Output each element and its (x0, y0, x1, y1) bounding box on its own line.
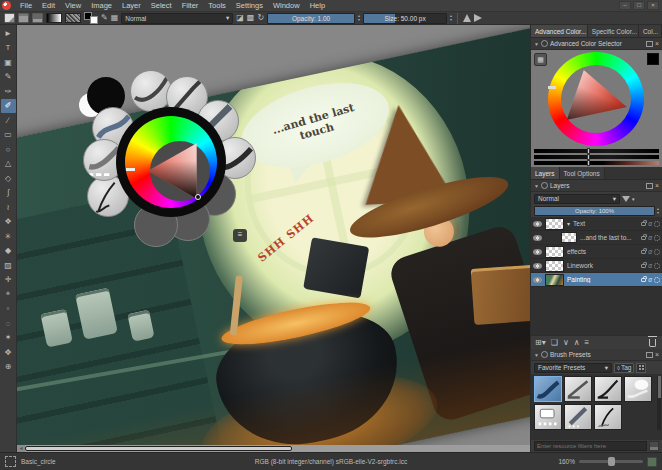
layer-filter-icon[interactable] (622, 196, 630, 202)
layer-style-icon[interactable] (654, 277, 660, 283)
tool-bezier[interactable]: ∫ (1, 186, 16, 201)
tool-text[interactable]: T (1, 41, 16, 56)
lock-icon[interactable] (641, 250, 646, 254)
zoom-fit-button[interactable] (647, 457, 657, 467)
layer-row-painting[interactable]: Painting α (531, 273, 662, 287)
canvas-area[interactable]: ...and the last touch SHH SHH (17, 25, 530, 452)
scrollbar-thumb[interactable] (25, 446, 292, 451)
alpha-lock-icon[interactable]: α (648, 235, 652, 241)
scroll-left-arrow[interactable]: ◂ (17, 445, 25, 452)
edit-shapes-icon[interactable]: ✎ (101, 13, 108, 23)
menu-select[interactable]: Select (146, 1, 177, 10)
tag-button[interactable]: ⬨ Tag (614, 363, 634, 373)
collapse-caret-icon[interactable]: ▼ (534, 183, 539, 189)
close-button[interactable]: × (647, 1, 659, 10)
layer-style-icon[interactable] (654, 235, 660, 241)
gradient-chooser[interactable] (46, 13, 62, 23)
layer-visibility-icon[interactable] (533, 249, 542, 255)
tool-dynamic-brush[interactable]: ❖ (1, 215, 16, 230)
menu-help[interactable]: Help (305, 1, 330, 10)
preset-fine-liner[interactable] (594, 404, 622, 430)
fg-bg-color-selector[interactable] (84, 12, 98, 24)
tool-zoom[interactable]: ⊕ (1, 360, 16, 375)
minimize-button[interactable]: – (619, 1, 631, 10)
tool-multibrush[interactable]: ✳ (1, 229, 16, 244)
chevron-down-icon[interactable]: ▾ (632, 196, 635, 202)
add-layer-button[interactable]: ⊞▾ (535, 338, 546, 347)
menu-edit[interactable]: Edit (37, 1, 60, 10)
tool-ellipse[interactable]: ○ (1, 142, 16, 157)
move-layer-up-button[interactable]: ∧ (574, 338, 580, 347)
tool-line[interactable]: ∕ (1, 113, 16, 128)
color-selector-settings-button[interactable]: ▦ (534, 53, 547, 66)
layer-opacity-slider[interactable]: Opacity: 100% (534, 206, 655, 216)
size-spinner[interactable]: ▴▾ (450, 14, 452, 22)
layer-visibility-icon[interactable] (533, 277, 542, 283)
layer-style-icon[interactable] (654, 249, 660, 255)
tool-rectangle[interactable]: ▭ (1, 128, 16, 143)
preset-eraser[interactable] (534, 404, 562, 430)
collapse-caret-icon[interactable]: ▼ (534, 41, 539, 47)
tool-polyline[interactable]: ◇ (1, 171, 16, 186)
layer-style-icon[interactable] (654, 263, 660, 269)
layer-visibility-icon[interactable] (533, 221, 542, 227)
tool-transform[interactable]: ► (1, 26, 16, 41)
popup-menu-button[interactable]: ≡ (233, 229, 247, 242)
opacity-slider[interactable]: Opacity: 1.00 (267, 13, 355, 24)
layer-properties-button[interactable]: ≡ (585, 338, 590, 347)
tool-freehand-select[interactable]: ✥ (1, 345, 16, 360)
alpha-lock-icon[interactable]: α (648, 263, 652, 269)
duplicate-layer-button[interactable]: ❏ (551, 338, 558, 347)
move-layer-down-button[interactable]: ∨ (563, 338, 569, 347)
menu-tools[interactable]: Tools (203, 1, 231, 10)
layer-row-speech[interactable]: ...and the last to... α (531, 231, 662, 245)
lock-icon[interactable] (641, 278, 646, 282)
delete-layer-button[interactable] (649, 339, 656, 347)
preset-basic-wet[interactable] (534, 376, 562, 402)
preset-scrollbar[interactable] (657, 376, 661, 430)
tab-tool-options[interactable]: Tool Options (560, 167, 605, 179)
preset-pencil[interactable] (564, 376, 592, 402)
layer-row-text[interactable]: ▾ Text α (531, 217, 662, 231)
tool-color-picker[interactable]: ✛ (1, 273, 16, 288)
close-docker-icon[interactable]: × (655, 352, 659, 358)
layer-visibility-icon[interactable] (533, 263, 542, 269)
canvas-horizontal-scrollbar[interactable]: ◂ (17, 445, 530, 452)
float-docker-icon[interactable] (646, 183, 653, 189)
collapse-caret-icon[interactable]: ▼ (534, 352, 539, 358)
layer-blend-mode-dropdown[interactable]: Normal▾ (534, 194, 620, 204)
menu-image[interactable]: Image (86, 1, 117, 10)
tool-poly-select[interactable]: ✶ (1, 331, 16, 346)
open-document-button[interactable] (18, 13, 29, 23)
pattern-chooser[interactable] (65, 13, 81, 23)
mirror-vertical-button[interactable] (474, 14, 482, 22)
close-docker-icon[interactable]: × (655, 183, 659, 189)
group-folder-icon[interactable]: ▾ (567, 220, 570, 227)
zoom-slider-thumb[interactable] (608, 457, 615, 466)
tab-advanced-color[interactable]: Advanced Color... (531, 25, 588, 37)
menu-window[interactable]: Window (268, 1, 305, 10)
layer-row-effects[interactable]: effects α (531, 245, 662, 259)
tool-freehand-brush[interactable]: ✐ (1, 99, 16, 114)
popup-color-wheel[interactable] (116, 107, 226, 217)
background-color-swatch[interactable] (90, 16, 98, 24)
lock-icon[interactable] (641, 222, 646, 226)
save-button[interactable] (32, 13, 43, 23)
layer-row-linework[interactable]: Linework α (531, 259, 662, 273)
tool-polygon[interactable]: △ (1, 157, 16, 172)
tool-gradient[interactable]: ▨ (1, 258, 16, 273)
menu-file[interactable]: File (15, 1, 37, 10)
layer-style-icon[interactable] (654, 221, 660, 227)
mirror-horizontal-button[interactable] (463, 14, 471, 22)
new-document-button[interactable] (4, 13, 15, 23)
shade-slider-3[interactable] (534, 161, 659, 165)
preset-view-mode-icon[interactable] (636, 363, 646, 373)
eraser-mode-icon[interactable]: ◪ (236, 13, 244, 23)
tool-rect-select[interactable]: ▫ (1, 302, 16, 317)
shade-slider-2[interactable] (534, 155, 659, 159)
tool-measure[interactable]: ⌖ (1, 287, 16, 302)
preset-airbrush[interactable] (624, 376, 652, 402)
menu-layer[interactable]: Layer (117, 1, 146, 10)
alpha-lock-icon[interactable]: α (648, 249, 652, 255)
close-docker-icon[interactable]: × (655, 41, 659, 47)
